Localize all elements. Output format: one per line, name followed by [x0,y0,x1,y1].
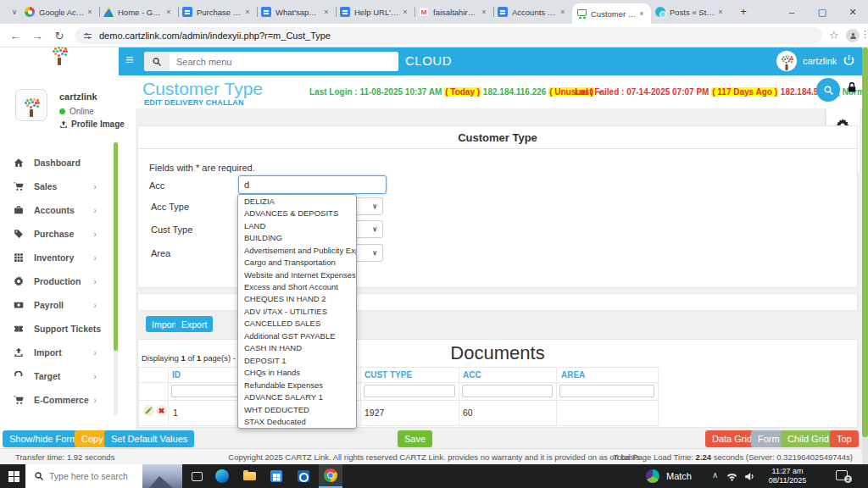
taskbar-clock[interactable]: 11:27 am08/11/2025 [765,467,810,485]
tab-close-icon[interactable] [164,7,174,17]
sidebar-item[interactable]: Target › [0,364,124,388]
tab-close-icon[interactable] [479,7,489,17]
outlook-icon[interactable] [292,464,315,488]
bookmark-star-icon[interactable] [829,29,839,42]
tab-close-icon[interactable] [715,7,726,17]
match-widget-icon[interactable] [641,464,665,488]
suggestion-item[interactable]: Refundable Expenses [238,379,356,391]
suggestion-item[interactable]: BUILDING [238,231,356,243]
filter-area-input[interactable] [559,385,654,397]
browser-tab[interactable]: Home - Googl... [99,0,178,24]
suggestion-item[interactable]: ADVANCE SALARY 1 [238,391,356,403]
suggestion-item[interactable]: ADVANCES & DEPOSITS [238,207,356,219]
browser-tab[interactable]: Posts « Stream... [651,0,730,24]
tab-close-icon[interactable] [242,7,253,17]
suggestion-item[interactable]: Cargo and Transportation [238,256,356,268]
menu-search-input[interactable] [170,52,398,71]
export-button[interactable]: Export [175,316,213,332]
app-logo[interactable] [0,47,119,75]
new-tab-button[interactable]: + [736,4,751,19]
column-header-cust-type[interactable]: CUST TYPE [364,370,412,380]
last-login-status[interactable]: Last Login : 11-08-2025 10:37 AM ( Today… [309,87,604,97]
url-text[interactable]: demo.cartzlink.com/admin/indexyii.php?r=… [99,30,331,41]
sidebar-item[interactable]: E-Commerce › [0,388,124,412]
forward-icon[interactable]: → [27,24,47,47]
back-icon[interactable]: ← [5,24,25,47]
tab-close-icon[interactable] [321,7,331,17]
suggestion-item[interactable]: CASH IN HAND [238,342,356,354]
sidebar-item[interactable]: Production › [0,269,124,293]
chrome-icon[interactable] [319,464,342,488]
sidebar-item[interactable]: Dashboard [0,151,124,175]
logout-power-icon[interactable] [843,54,855,70]
tab-close-icon[interactable] [400,7,410,17]
browser-tab[interactable]: Google Accou... [20,0,99,24]
window-minimize-button[interactable]: – [776,0,807,24]
sidebar-item[interactable]: Import › [0,341,124,364]
page-scrollbar-thumb[interactable] [862,47,868,437]
task-view-icon[interactable] [185,464,209,488]
set-default-values-button[interactable]: Set Default Values [104,430,194,447]
delete-row-button[interactable] [156,405,167,416]
suggestion-item[interactable]: WHT DEDUCTED [238,403,356,415]
tab-close-icon[interactable] [637,8,647,19]
suggestion-item[interactable]: Website and Internet Expenses [238,269,356,280]
suggestion-item[interactable]: STAX Deducated [238,415,356,427]
suggestion-item[interactable]: DEPOSIT 1 [238,354,356,366]
match-widget-label[interactable]: Match [666,471,692,481]
save-button[interactable]: Save [398,430,432,447]
filter-cust-type-input[interactable] [364,385,455,397]
sidebar-item[interactable]: Sales › [0,175,124,198]
site-settings-icon[interactable] [83,31,92,41]
file-explorer-icon[interactable] [237,464,261,488]
browser-tab[interactable]: What'sapp Sal... [257,0,336,24]
profile-avatar[interactable] [15,89,47,121]
volume-icon[interactable] [744,470,755,485]
tab-close-icon[interactable] [558,7,568,17]
taskbar-search-input[interactable] [49,471,134,481]
suggestion-item[interactable]: LAND [238,219,356,231]
quick-search-button[interactable] [816,78,840,102]
edge-icon[interactable] [210,464,234,488]
browser-tab[interactable]: Help URL's for... [336,0,415,24]
sidebar-item[interactable]: Support Tickets [0,317,124,341]
hidden-icons-chevron[interactable] [712,470,718,480]
wifi-icon[interactable] [726,470,737,485]
suggestion-item[interactable]: ADV I/TAX - UTILITIES [238,305,356,317]
window-close-button[interactable]: ✕ [837,0,868,24]
suggestion-item[interactable]: Excess and Short Account [238,280,356,292]
child-grid-button[interactable]: Child Grid [781,430,836,447]
tab-close-icon[interactable] [85,7,95,17]
reload-icon[interactable]: ↻ [49,24,70,47]
sidebar-item[interactable]: Purchase › [0,222,124,246]
sidebar-item[interactable]: Inventory › [0,246,124,269]
start-button-icon[interactable] [8,471,19,482]
suggestion-item[interactable]: Advertisement and Publicity Expenses [238,244,356,256]
column-header-acc[interactable]: ACC [463,370,481,380]
profile-image-action[interactable]: Profile Image [59,119,125,129]
sidebar-scrollbar-thumb[interactable] [114,142,118,351]
suggestion-item[interactable]: CANCELLED SALES [238,318,356,330]
browser-tab[interactable]: Customer Type [572,3,651,24]
browser-profile-avatar[interactable] [846,29,860,42]
sidebar-item[interactable]: Payroll › [0,293,124,317]
microsoft-store-icon[interactable] [264,464,288,488]
hamburger-menu-icon[interactable] [125,53,133,68]
address-box[interactable]: demo.cartzlink.com/admin/indexyii.php?r=… [75,27,822,44]
header-user[interactable]: cartzlink [776,51,837,71]
edit-row-button[interactable] [143,405,154,416]
browser-menu-icon[interactable] [860,29,868,40]
acc-input[interactable] [238,175,387,194]
search-icon[interactable] [144,52,170,71]
browser-tab[interactable]: Accounts Mast... [493,0,572,24]
suggestion-item[interactable]: Additional GST PAYABLE [238,330,356,341]
show-hide-form-button[interactable]: Show/hide Form [3,430,84,447]
top-button[interactable]: Top [830,430,859,447]
browser-tab[interactable]: Purchase Data [178,0,257,24]
column-header-id[interactable]: ID [172,370,181,380]
suggestion-item[interactable]: DELIZIA [238,195,356,207]
suggestion-item[interactable]: CHEQUES IN HAND 2 [238,293,356,305]
column-header-area[interactable]: AREA [561,370,585,380]
suggestion-item[interactable]: CHQs in Hands [238,367,356,379]
window-maximize-button[interactable]: ▢ [807,0,837,24]
